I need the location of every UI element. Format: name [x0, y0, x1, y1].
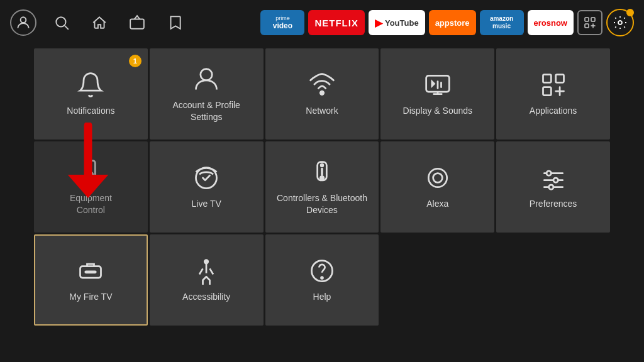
netflix-label: NETFLIX [314, 18, 358, 28]
network-icon [308, 71, 336, 99]
svg-point-27 [428, 169, 447, 187]
svg-point-0 [21, 17, 26, 23]
notifications-label: Notifications [67, 105, 114, 116]
live-tv-tile[interactable]: Live TV [150, 141, 264, 233]
svg-line-2 [65, 26, 69, 30]
preferences-tile[interactable]: Preferences [496, 141, 610, 233]
netflix-app[interactable]: NETFLIX [308, 10, 365, 35]
help-tile[interactable]: Help [265, 234, 379, 326]
controllers-label: Controllers & BluetoothDevices [277, 192, 367, 215]
help-label: Help [313, 291, 331, 302]
my-fire-tv-icon [77, 257, 104, 285]
alexa-icon [424, 164, 452, 192]
app-shortcuts: prime video NETFLIX ▶ YouTube appstore a… [260, 9, 634, 36]
accessibility-icon [192, 257, 220, 285]
preferences-label: Preferences [530, 198, 577, 209]
svg-rect-6 [585, 24, 589, 28]
equipment-control-tile[interactable]: EquipmentControl [34, 141, 148, 233]
prime-label-bottom: video [273, 21, 292, 30]
prime-video-app[interactable]: prime video [260, 10, 304, 35]
amazonmusic-label: amazonmusic [490, 15, 513, 30]
svg-rect-4 [585, 18, 589, 21]
controllers-icon [308, 158, 336, 186]
erosnow-app[interactable]: erosnow [528, 10, 574, 35]
accessibility-tile[interactable]: Accessibility [150, 234, 264, 326]
svg-point-34 [548, 185, 553, 189]
svg-point-7 [618, 21, 622, 25]
equipment-control-icon [77, 158, 104, 186]
notifications-icon [77, 71, 104, 99]
alexa-label: Alexa [426, 198, 448, 209]
accessibility-label: Accessibility [182, 291, 230, 302]
svg-point-32 [553, 178, 558, 182]
svg-point-37 [204, 260, 208, 264]
preferences-icon [540, 164, 567, 192]
display-sounds-label: Display & Sounds [403, 105, 473, 116]
user-avatar[interactable] [10, 9, 36, 36]
svg-point-20 [89, 172, 93, 177]
svg-point-30 [547, 171, 551, 175]
settings-grid: 1 Notifications Account & ProfileSetting… [0, 47, 644, 327]
svg-point-1 [56, 17, 65, 26]
help-icon [308, 257, 336, 285]
notifications-badge: 1 [129, 55, 142, 67]
account-label: Account & ProfileSettings [173, 99, 240, 122]
network-label: Network [306, 105, 338, 116]
svg-rect-14 [543, 75, 551, 83]
applications-tile[interactable]: Applications [496, 48, 610, 140]
svg-point-26 [320, 177, 324, 180]
search-icon[interactable] [49, 10, 74, 35]
grid-apps-icon[interactable] [577, 10, 602, 35]
svg-point-39 [321, 277, 323, 279]
youtube-play-icon: ▶ [375, 17, 382, 29]
controllers-tile[interactable]: Controllers & BluetoothDevices [265, 141, 379, 233]
amazon-music-app[interactable]: amazonmusic [480, 10, 524, 35]
alexa-tile[interactable]: Alexa [380, 141, 494, 233]
svg-rect-3 [130, 19, 144, 29]
my-fire-tv-tile[interactable]: My Fire TV [34, 234, 148, 326]
tv-icon[interactable] [125, 10, 150, 35]
erosnow-label: erosnow [534, 18, 567, 28]
svg-point-12 [320, 91, 324, 95]
display-sounds-icon [424, 71, 452, 99]
network-tile[interactable]: Network [265, 48, 379, 140]
applications-icon [540, 71, 567, 99]
display-sounds-tile[interactable]: Display & Sounds [380, 48, 494, 140]
equipment-control-label: EquipmentControl [70, 192, 112, 215]
svg-rect-16 [543, 87, 551, 96]
home-icon[interactable] [87, 10, 112, 35]
account-tile[interactable]: Account & ProfileSettings [150, 48, 264, 140]
settings-icon[interactable] [606, 9, 634, 36]
svg-point-11 [201, 69, 212, 80]
live-tv-icon [192, 164, 220, 192]
bookmark-icon[interactable] [162, 10, 187, 35]
youtube-app[interactable]: ▶ YouTube [369, 10, 425, 35]
live-tv-label: Live TV [192, 198, 221, 209]
svg-point-28 [433, 173, 442, 183]
appstore-label: appstore [435, 18, 470, 28]
youtube-label: YouTube [385, 18, 419, 28]
account-icon [192, 65, 220, 93]
svg-point-24 [321, 164, 323, 167]
appstore-app[interactable]: appstore [429, 10, 476, 35]
notifications-tile[interactable]: 1 Notifications [34, 48, 148, 140]
top-navigation: prime video NETFLIX ▶ YouTube appstore a… [0, 0, 644, 45]
prime-label-top: prime [275, 15, 290, 21]
settings-badge [626, 9, 634, 16]
svg-rect-15 [555, 75, 564, 83]
applications-label: Applications [530, 105, 577, 116]
my-fire-tv-label: My Fire TV [69, 291, 112, 302]
nav-left-icons [10, 9, 187, 36]
svg-rect-5 [591, 18, 595, 21]
